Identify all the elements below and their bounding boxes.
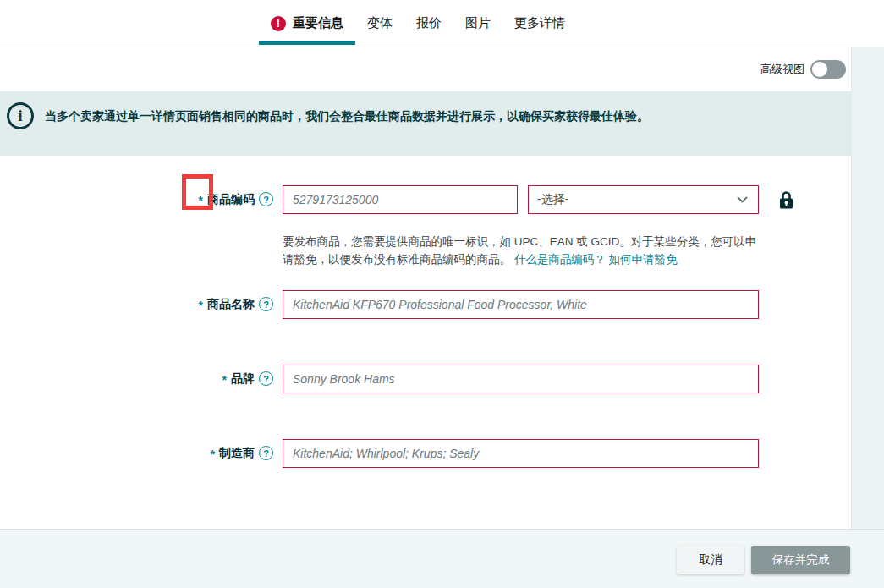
- chevron-down-icon: [737, 196, 748, 203]
- tab-label: 变体: [367, 15, 393, 31]
- product-name-label-group: * 商品名称 ?: [0, 290, 273, 312]
- tab-label: 重要信息: [293, 15, 343, 31]
- product-name-input[interactable]: [283, 290, 759, 319]
- required-asterisk: *: [199, 192, 203, 207]
- required-asterisk: *: [211, 446, 215, 461]
- product-id-label-group: * 商品编码 ?: [0, 185, 273, 207]
- form-row-product-id: * 商品编码 ? -选择-: [0, 185, 851, 268]
- lock-icon: [779, 190, 793, 210]
- content-area: 高级视图 i 当多个卖家通过单一详情页面销售相同的商品时，我们会整合最佳商品数据…: [0, 47, 884, 529]
- manufacturer-label-group: * 制造商 ?: [0, 439, 273, 461]
- save-and-finish-button[interactable]: 保存并完成: [751, 546, 850, 574]
- right-gutter: [852, 47, 884, 529]
- toggle-knob: [812, 62, 827, 77]
- brand-label: 品牌: [231, 371, 255, 387]
- required-asterisk: *: [199, 297, 203, 312]
- exemption-link[interactable]: 如何申请豁免: [609, 253, 678, 266]
- tab-important-info[interactable]: ! 重要信息: [259, 0, 355, 47]
- product-id-input[interactable]: [283, 185, 518, 214]
- manufacturer-input[interactable]: [283, 439, 759, 468]
- info-icon: i: [7, 102, 34, 129]
- form-row-product-name: * 商品名称 ?: [0, 290, 851, 319]
- cancel-button[interactable]: 取消: [677, 546, 744, 574]
- help-icon[interactable]: ?: [259, 192, 273, 206]
- tab-label: 图片: [465, 15, 491, 31]
- footer-bar: 取消 保存并完成: [0, 529, 884, 588]
- product-id-label: 商品编码: [207, 192, 255, 207]
- tab-more-details[interactable]: 更多详情: [502, 0, 577, 47]
- product-id-help-text: 要发布商品，您需要提供商品的唯一标识，如 UPC、EAN 或 GCID。对于某些…: [283, 234, 766, 268]
- tab-bar: ! 重要信息 变体 报价 图片 更多详情: [0, 0, 884, 47]
- info-banner: i 当多个卖家通过单一详情页面销售相同的商品时，我们会整合最佳商品数据并进行展示…: [0, 91, 851, 156]
- product-name-label: 商品名称: [207, 297, 255, 312]
- form-row-brand: * 品牌 ?: [0, 365, 851, 393]
- brand-input[interactable]: [283, 365, 759, 393]
- advanced-view-label: 高级视图: [760, 62, 804, 77]
- manufacturer-label: 制造商: [219, 446, 255, 461]
- tab-variations[interactable]: 变体: [355, 0, 404, 47]
- tab-images[interactable]: 图片: [453, 0, 502, 47]
- required-asterisk: *: [222, 371, 227, 387]
- help-icon[interactable]: ?: [259, 297, 273, 311]
- error-badge-icon: !: [271, 16, 286, 31]
- what-is-product-id-link[interactable]: 什么是商品编码？: [514, 253, 606, 266]
- tab-label: 更多详情: [514, 15, 565, 31]
- brand-label-group: * 品牌 ?: [0, 365, 273, 387]
- product-form: * 商品编码 ? -选择-: [0, 156, 851, 529]
- form-row-manufacturer: * 制造商 ?: [0, 439, 851, 468]
- page: ! 重要信息 变体 报价 图片 更多详情 高级视图 i: [0, 0, 884, 588]
- main-panel: 高级视图 i 当多个卖家通过单一详情页面销售相同的商品时，我们会整合最佳商品数据…: [0, 47, 852, 529]
- tab-label: 报价: [416, 15, 442, 31]
- info-banner-text: 当多个卖家通过单一详情页面销售相同的商品时，我们会整合最佳商品数据并进行展示，以…: [45, 102, 649, 125]
- tab-offer[interactable]: 报价: [404, 0, 453, 47]
- product-id-type-select[interactable]: -选择-: [528, 185, 759, 214]
- help-icon[interactable]: ?: [259, 371, 273, 386]
- select-value: -选择-: [537, 192, 568, 207]
- advanced-view-toggle[interactable]: [810, 60, 846, 79]
- help-icon[interactable]: ?: [259, 446, 273, 460]
- advanced-view-row: 高级视图: [0, 47, 851, 91]
